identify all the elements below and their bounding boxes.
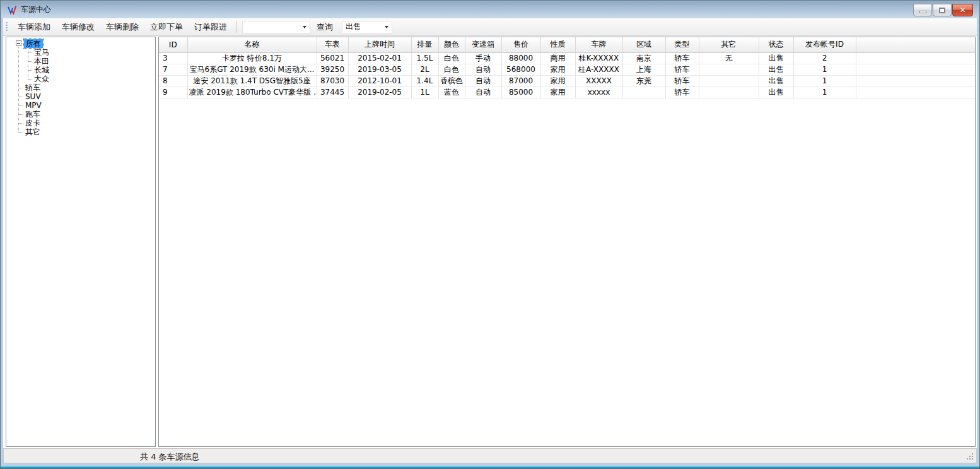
search-combobox[interactable] [242,21,310,33]
col-header-usage[interactable]: 性质 [540,37,575,52]
toolbar-grip-icon[interactable] [6,22,8,32]
minimize-icon [919,11,926,13]
col-header-plate[interactable]: 车牌 [575,37,622,52]
sale-status-combobox[interactable]: 出售 [342,21,392,33]
col-header-other[interactable]: 其它 [699,37,759,52]
query-button[interactable]: 查询 [312,20,338,35]
minimize-button[interactable] [913,4,932,16]
close-button[interactable]: ✕ [952,4,973,16]
col-header-type[interactable]: 类型 [665,37,699,52]
col-header-gearbox[interactable]: 变速箱 [465,37,501,52]
tree-connector [19,97,23,97]
category-tree-panel: 所有 宝马 本田 长城 大众 轿车 SUV MPV 跑车 皮卡 其它 [6,37,156,447]
order-followup-button[interactable]: 订单跟进 [189,20,233,35]
tree-item-all[interactable]: 所有 [24,39,43,48]
window-title: 车源中心 [21,4,51,15]
col-header-price[interactable]: 售价 [501,37,540,52]
place-order-button[interactable]: 立即下单 [144,20,189,35]
app-logo-icon [7,5,17,15]
add-vehicle-button[interactable]: 车辆添加 [12,20,56,35]
col-header-status[interactable]: 状态 [759,37,793,52]
maximize-icon [939,8,945,13]
tree-item-changcheng[interactable]: 长城 [32,66,51,74]
col-header-region[interactable]: 区域 [622,37,665,52]
col-header-reg-date[interactable]: 上牌时间 [348,37,411,52]
tree-item-jiaoche[interactable]: 轿车 [23,83,42,92]
toolbar: 车辆添加 车辆修改 车辆删除 立即下单 订单跟进 查询 出售 [3,18,977,36]
toolbar-separator [236,21,237,33]
table-row[interactable]: 3 卡罗拉 特价8.1万 56021 2015-02-01 1.5L 白色 手动… [159,52,975,64]
tree-collapse-icon[interactable] [16,40,21,46]
chevron-down-icon [303,26,306,30]
tree-item-paoche[interactable]: 跑车 [23,110,42,119]
tree-item-qita[interactable]: 其它 [23,128,42,136]
statusbar: 共 4 条车源信息 [3,448,977,463]
titlebar[interactable]: 车源中心 ✕ [1,1,979,18]
maximize-button[interactable] [933,4,952,16]
tree-item-mpv[interactable]: MPV [23,101,44,110]
delete-vehicle-button[interactable]: 车辆删除 [100,20,144,35]
col-header-color[interactable]: 颜色 [438,37,465,52]
tree-connector [19,132,23,133]
bottom-edge [1,466,979,468]
table-row[interactable]: 8 途安 2011款 1.4T DSG智雅版5座 87030 2012-10-0… [159,75,975,86]
tree-connector [19,88,23,88]
tree-item-dazhong[interactable]: 大众 [32,74,51,83]
col-header-odometer[interactable]: 车表 [317,37,348,52]
col-header-account-id[interactable]: 发布帐号ID [793,37,856,52]
col-header-name[interactable]: 名称 [187,37,317,52]
category-tree: 所有 宝马 本田 长城 大众 轿车 SUV MPV 跑车 皮卡 其它 [6,37,155,446]
tree-item-baoma[interactable]: 宝马 [32,48,51,57]
col-header-id[interactable]: ID [159,37,187,52]
table-header-row: ID 名称 车表 上牌时间 排量 颜色 变速箱 售价 性质 车牌 区域 类型 其… [159,37,975,52]
close-icon: ✕ [959,6,965,14]
resize-grip-icon[interactable] [967,453,974,461]
table-row[interactable]: 7 宝马6系GT 2019款 630i M运动大... 39250 2019-0… [159,64,975,75]
tree-item-suv[interactable]: SUV [23,92,43,101]
chevron-down-icon [385,26,388,30]
sale-status-combobox-value: 出售 [346,21,361,32]
tree-connector [19,123,23,124]
vehicle-grid-panel: ID 名称 车表 上牌时间 排量 颜色 变速箱 售价 性质 车牌 区域 类型 其… [158,37,976,447]
app-window: 车源中心 ✕ 车辆添加 车辆修改 车辆删除 立即下单 订单跟进 查询 出售 [0,0,980,469]
tree-connector [19,105,23,106]
status-text: 共 4 条车源信息 [140,451,200,463]
tree-item-bentian[interactable]: 本田 [32,57,51,66]
tree-connector [19,114,23,115]
tree-connector [18,47,19,133]
tree-item-pika[interactable]: 皮卡 [23,119,42,128]
vehicle-table: ID 名称 车表 上牌时间 排量 颜色 变速箱 售价 性质 车牌 区域 类型 其… [159,37,975,98]
col-header-displacement[interactable]: 排量 [411,37,438,52]
table-row[interactable]: 9 凌派 2019款 180Turbo CVT豪华版 ... 37445 201… [159,86,975,98]
edit-vehicle-button[interactable]: 车辆修改 [56,20,100,35]
col-header-filler [856,37,975,52]
